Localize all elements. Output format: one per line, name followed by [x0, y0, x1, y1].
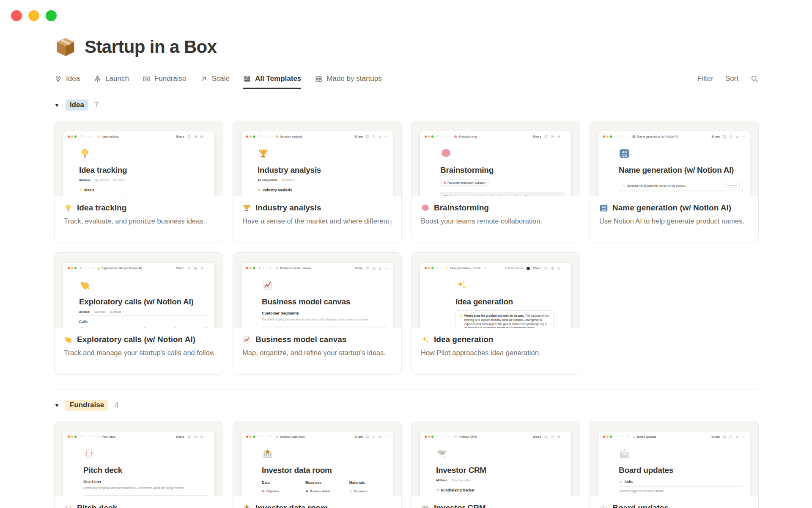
section-toggle-icon[interactable]: ▼ [54, 102, 60, 108]
close-window-button[interactable] [11, 10, 22, 21]
filter-button[interactable]: Filter [697, 75, 713, 83]
svg-text:CD: CD [602, 208, 606, 211]
envelope-emoji [619, 448, 630, 459]
card-description: Track, evaluate, and prioritize business… [64, 217, 214, 225]
clock-icon [372, 135, 376, 138]
minimize-window-button[interactable] [28, 10, 39, 21]
template-card-business-model-canvas[interactable]: ≡‹›+ Business model canvas Share Busines… [233, 252, 402, 375]
mini-browser-chrome: ≡‹›+ Business model canvas Share [241, 263, 393, 273]
template-card-idea-generation[interactable]: ‹› Idea generation Private⌄ Edited just … [411, 252, 580, 375]
package-icon [54, 36, 77, 58]
star-icon [557, 435, 560, 439]
more-icon [742, 135, 745, 138]
comment-icon [187, 267, 191, 270]
template-card-pitch-deck[interactable]: ≡‹›+ Pitch deck Share Pitch deck One-Lin… [54, 421, 223, 508]
mini-browser-chrome: ≡‹›+ Pitch deck Share [63, 431, 214, 442]
edited-note: Edited just now [505, 267, 524, 270]
section-count: 4 [114, 401, 118, 410]
clock-icon [729, 435, 732, 439]
card-title: Business model canvas [255, 335, 346, 344]
chart-up-emoji [242, 335, 251, 344]
zoom-window-button[interactable] [46, 10, 57, 21]
more-icon [563, 435, 567, 439]
star-icon [379, 435, 382, 439]
banknote-icon [143, 75, 151, 83]
template-grid-fundraise: ≡‹›+ Pitch deck Share Pitch deck One-Lin… [54, 421, 759, 508]
template-card-brainstorming[interactable]: ≡‹›+ Brainstorming Share Brainstorming A… [411, 121, 580, 243]
clock-icon [194, 435, 197, 439]
template-thumbnail: ≡‹›+ Brainstorming Share Brainstorming A… [411, 121, 580, 203]
template-card-industry-analysis[interactable]: ≡‹›+ Industry analysis Share Industry an… [233, 121, 402, 243]
sparkles-emoji [421, 335, 430, 344]
section-badge: Idea [66, 99, 88, 110]
window-controls [11, 10, 57, 21]
star-icon [200, 135, 203, 138]
envelope-emoji [599, 504, 608, 508]
bank-emoji: $ [262, 448, 273, 459]
template-card-exploratory-calls[interactable]: ≡‹›+ Exploratory calls (w/ Notion AI) Sh… [54, 252, 223, 375]
template-thumbnail: ≡‹›+ $Investor data room Share $ Investo… [233, 421, 401, 503]
menu-icon: ≡ [80, 135, 82, 138]
card-title: Brainstorming [434, 203, 489, 213]
add-brainstorm-question-button: Add a new brainstorm question [440, 179, 488, 186]
star-icon [200, 435, 203, 439]
template-card-investor-crm[interactable]: ≡‹›+ Investor CRM Share Investor CRM All… [411, 421, 580, 508]
comment-icon [544, 267, 548, 270]
template-thumbnail: ≡‹›+ Pitch deck Share Pitch deck One-Lin… [55, 421, 223, 503]
star-icon [379, 135, 382, 138]
template-card-investor-data-room[interactable]: ≡‹›+ $Investor data room Share $ Investo… [233, 421, 402, 508]
template-card-idea-tracking[interactable]: ≡‹›+ Idea tracking Share Idea tracking A… [54, 121, 223, 243]
mini-browser-chrome: ≡‹›+ Brainstorming Share [420, 131, 571, 142]
more-icon [563, 267, 567, 270]
comment-icon [187, 135, 191, 138]
ai-prompt-box: Generate me 15 potential names for my pr… [619, 180, 743, 191]
money-wings-emoji [454, 435, 457, 439]
section-toggle-icon[interactable]: ▼ [54, 402, 60, 409]
sparkles-icon [79, 188, 82, 192]
forward-icon: › [88, 135, 89, 138]
squares-icon [315, 75, 323, 83]
ai-sparkle-icon [622, 184, 625, 187]
clock-icon [194, 267, 197, 270]
template-thumbnail: ≡‹›+ Business model canvas Share Busines… [233, 253, 401, 335]
template-card-name-generation[interactable]: ≡‹›+ ABCDName generation (w/ Notion AI) … [590, 121, 759, 243]
comment-icon [366, 435, 369, 439]
notion-window: Startup in a Box Idea Launch Fundraise S… [0, 0, 812, 508]
card-title: Industry analysis [255, 203, 321, 213]
mini-browser-chrome: ≡‹›+ ABCDName generation (w/ Notion AI) … [598, 131, 750, 142]
trophy-emoji [258, 148, 269, 159]
data-room-columns: Data Objectives Metrics Business Busines… [262, 480, 386, 498]
call-me-emoji [79, 279, 91, 291]
mini-browser-chrome: ≡‹›+ Exploratory calls (w/ Notion AI) Sh… [63, 263, 214, 273]
search-icon[interactable] [750, 75, 759, 83]
mini-browser-chrome: ≡‹›+ $Investor data room Share [241, 431, 393, 442]
tab-made-by-startups[interactable]: Made by startups [315, 69, 381, 89]
card-title: Idea generation [434, 335, 493, 344]
new-tab-icon: + [91, 135, 93, 138]
tab-idea[interactable]: Idea [54, 69, 80, 89]
template-thumbnail: ≡‹›+ ABCDName generation (w/ Notion AI) … [590, 121, 758, 203]
trophy-emoji [275, 135, 279, 138]
lightbulb-emoji [64, 204, 73, 213]
brain-emoji [440, 148, 452, 159]
svg-text:$: $ [267, 450, 269, 454]
tab-scale[interactable]: Scale [200, 69, 230, 89]
lightbulb-icon [54, 75, 62, 83]
tab-all-templates[interactable]: All Templates [243, 69, 301, 89]
template-card-board-updates[interactable]: ≡‹›+ Board updates Share Board updates A… [590, 421, 759, 508]
generate-button: Generate [724, 183, 740, 188]
star-icon [557, 267, 560, 270]
more-icon [385, 135, 388, 138]
tab-fundraise[interactable]: Fundraise [143, 69, 187, 89]
share-label: Share [176, 135, 184, 138]
question-icon [443, 181, 446, 184]
card-title: Exploratory calls (w/ Notion AI) [77, 335, 195, 344]
sort-button[interactable]: Sort [725, 75, 738, 83]
template-thumbnail: ≡‹›+ Idea tracking Share Idea tracking A… [55, 121, 223, 203]
card-description: Track and manage your startup's calls an… [64, 349, 214, 357]
section-divider [54, 389, 759, 389]
tab-launch[interactable]: Launch [93, 69, 129, 89]
section-badge: Fundraise [66, 400, 108, 411]
page-header: Startup in a Box [54, 36, 759, 58]
mini-browser-chrome: ≡‹›+ Board updates Share [598, 431, 750, 442]
